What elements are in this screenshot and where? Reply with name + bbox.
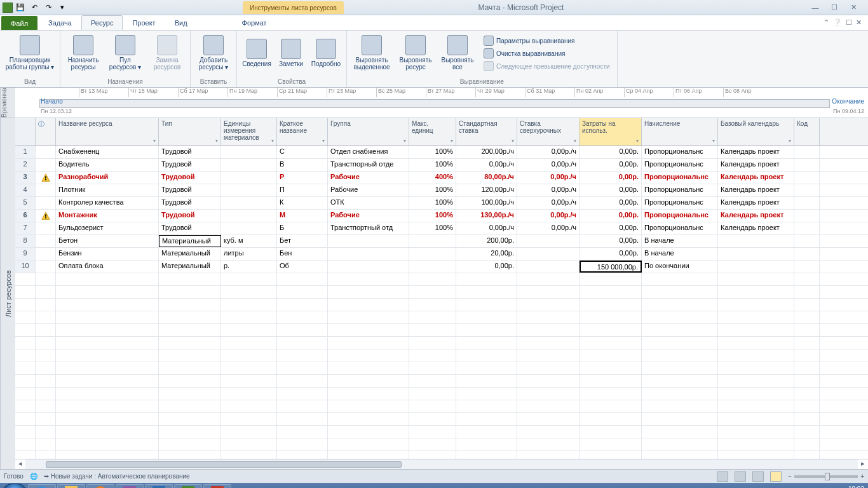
cell-group[interactable] bbox=[328, 248, 409, 260]
cell-std-rate[interactable]: 100,00р./ч bbox=[456, 197, 517, 209]
dropdown-icon[interactable]: ▾ bbox=[574, 138, 576, 144]
cell-cost-per-use[interactable]: 0,00р. bbox=[580, 222, 642, 234]
empty-row[interactable] bbox=[15, 337, 868, 349]
add-resources-button[interactable]: Добавить ресурсы ▾ bbox=[193, 32, 234, 74]
help-icon[interactable]: ❔ bbox=[833, 18, 842, 27]
taskbar-word[interactable] bbox=[145, 484, 173, 488]
cell-code[interactable] bbox=[794, 184, 820, 196]
cell-type[interactable]: Трудовой bbox=[159, 197, 221, 209]
minimize-ribbon-icon[interactable]: ⌃ bbox=[824, 18, 829, 27]
zoom-knob[interactable] bbox=[825, 473, 830, 480]
details-button[interactable]: Подробно bbox=[308, 32, 344, 74]
cell-std-rate[interactable]: 0,00р. bbox=[456, 261, 517, 273]
empty-row[interactable] bbox=[15, 413, 868, 426]
cell-group[interactable]: Отдел снабжения bbox=[328, 146, 409, 158]
empty-row[interactable] bbox=[15, 438, 868, 451]
cell-type[interactable]: Трудовой bbox=[159, 159, 221, 171]
cell-max-units[interactable]: 100% bbox=[409, 222, 456, 234]
notes-button[interactable]: Заметки bbox=[275, 32, 307, 74]
cell-calendar[interactable] bbox=[718, 248, 794, 260]
cell-initials[interactable]: Бен bbox=[277, 248, 328, 260]
dropdown-icon[interactable]: ▾ bbox=[451, 138, 453, 144]
row-number[interactable] bbox=[15, 438, 36, 451]
macro-status-icon[interactable]: 🌐 bbox=[30, 473, 37, 480]
resource-row[interactable]: 4ПлотникТрудовойПРабочие100%120,00р./ч0,… bbox=[15, 184, 868, 197]
row-number[interactable] bbox=[15, 299, 36, 311]
cell-accrue[interactable]: Пропорциональнс bbox=[642, 159, 718, 171]
cell-ovt-rate[interactable]: 0,00р./ч bbox=[517, 222, 580, 234]
cell-code[interactable] bbox=[794, 248, 820, 260]
cell-name[interactable]: Плотник bbox=[56, 184, 159, 196]
cell-accrue[interactable]: Пропорциональнс bbox=[642, 184, 718, 196]
cell-cost-per-use[interactable]: 0,00р. bbox=[580, 248, 642, 260]
scrollbar-thumb[interactable] bbox=[46, 461, 402, 468]
cell-initials[interactable]: Бет bbox=[277, 235, 328, 247]
minimize-button[interactable]: ― bbox=[808, 2, 822, 13]
zoom-out-icon[interactable]: − bbox=[788, 473, 792, 480]
cell-initials[interactable]: Р bbox=[277, 172, 328, 184]
empty-row[interactable] bbox=[15, 451, 868, 459]
tab-format[interactable]: Формат bbox=[233, 15, 276, 30]
cell-code[interactable] bbox=[794, 210, 820, 222]
cell-type[interactable]: Трудовой bbox=[159, 184, 221, 196]
cell-initials[interactable]: Б bbox=[277, 222, 328, 234]
empty-row[interactable] bbox=[15, 426, 868, 438]
view-shortcut-1[interactable] bbox=[717, 471, 728, 482]
col-cost-per-use[interactable]: Затраты на использ.▾ bbox=[580, 118, 642, 146]
row-number[interactable] bbox=[15, 451, 36, 459]
col-std-rate[interactable]: Стандартная ставка▾ bbox=[456, 118, 517, 146]
row-number[interactable]: 6 bbox=[15, 210, 36, 222]
view-title-bar[interactable]: Лист ресурсов bbox=[0, 118, 15, 469]
resource-row[interactable]: 6МонтажникТрудовойМРабочие100%130,00р./ч… bbox=[15, 210, 868, 222]
cell-code[interactable] bbox=[794, 261, 820, 273]
assign-resources-button[interactable]: Назначить ресурсы bbox=[63, 32, 104, 74]
cell-ovt-rate[interactable] bbox=[517, 261, 580, 273]
row-number[interactable]: 5 bbox=[15, 197, 36, 209]
col-code[interactable]: Код bbox=[794, 118, 820, 146]
zoom-slider[interactable]: − + bbox=[788, 473, 864, 480]
leveling-options-button[interactable]: Параметры выравнивания bbox=[480, 34, 613, 47]
substitute-resources-button[interactable]: Замена ресурсов bbox=[147, 32, 187, 74]
resource-pool-button[interactable]: Пул ресурсов ▾ bbox=[105, 32, 146, 74]
cell-type[interactable]: Материальный bbox=[159, 235, 221, 247]
cell-type[interactable]: Трудовой bbox=[159, 210, 221, 222]
row-number[interactable] bbox=[15, 362, 36, 374]
row-number[interactable] bbox=[15, 311, 36, 323]
cell-std-rate[interactable]: 200,00р. bbox=[456, 235, 517, 247]
cell-max-units[interactable]: 100% bbox=[409, 184, 456, 196]
cell-max-units[interactable]: 400% bbox=[409, 172, 456, 184]
dropdown-icon[interactable]: ▾ bbox=[512, 138, 514, 144]
cell-name[interactable]: Водитель bbox=[56, 159, 159, 171]
empty-row[interactable] bbox=[15, 286, 868, 299]
tab-file[interactable]: Файл bbox=[1, 16, 37, 30]
row-number[interactable]: 8 bbox=[15, 235, 36, 247]
dropdown-icon[interactable]: ▾ bbox=[636, 138, 639, 144]
cell-max-units[interactable]: 100% bbox=[409, 159, 456, 171]
cell-type[interactable]: Трудовой bbox=[159, 146, 221, 158]
clear-leveling-button[interactable]: Очистка выравнивания bbox=[480, 47, 613, 60]
cell-ovt-rate[interactable]: 0,00р./ч bbox=[517, 159, 580, 171]
cell-cost-per-use[interactable]: 0,00р. bbox=[580, 235, 642, 247]
grid-body[interactable]: 1СнабжененцТрудовойСОтдел снабжения100%2… bbox=[15, 146, 868, 459]
resource-row[interactable]: 10Оплата блокаМатериальныйр.Об0,00р.150 … bbox=[15, 261, 868, 273]
cell-cost-per-use[interactable]: 0,00р. bbox=[580, 197, 642, 209]
cell-calendar[interactable]: Календарь проект bbox=[718, 172, 794, 184]
cell-initials[interactable]: П bbox=[277, 184, 328, 196]
cell-accrue[interactable]: В начале bbox=[642, 235, 718, 247]
row-number[interactable]: 9 bbox=[15, 248, 36, 260]
cell-ovt-rate[interactable]: 0,00р./ч bbox=[517, 197, 580, 209]
cell-max-units[interactable] bbox=[409, 248, 456, 260]
cell-max-units[interactable] bbox=[409, 235, 456, 247]
cell-material-label[interactable]: куб. м bbox=[221, 235, 277, 247]
taskbar-acrobat[interactable] bbox=[203, 484, 231, 488]
tab-project[interactable]: Проект bbox=[123, 15, 165, 30]
tray-clock[interactable]: 19:02 06.03.2012 bbox=[832, 485, 864, 488]
resource-row[interactable]: 1СнабжененцТрудовойСОтдел снабжения100%2… bbox=[15, 146, 868, 159]
cell-max-units[interactable]: 100% bbox=[409, 210, 456, 222]
resource-row[interactable]: 9БензинМатериальныйлитрыБен20,00р.0,00р.… bbox=[15, 248, 868, 261]
empty-row[interactable] bbox=[15, 375, 868, 388]
cell-code[interactable] bbox=[794, 172, 820, 184]
row-number[interactable] bbox=[15, 426, 36, 438]
empty-row[interactable] bbox=[15, 388, 868, 400]
cell-std-rate[interactable]: 0,00р./ч bbox=[456, 222, 517, 234]
